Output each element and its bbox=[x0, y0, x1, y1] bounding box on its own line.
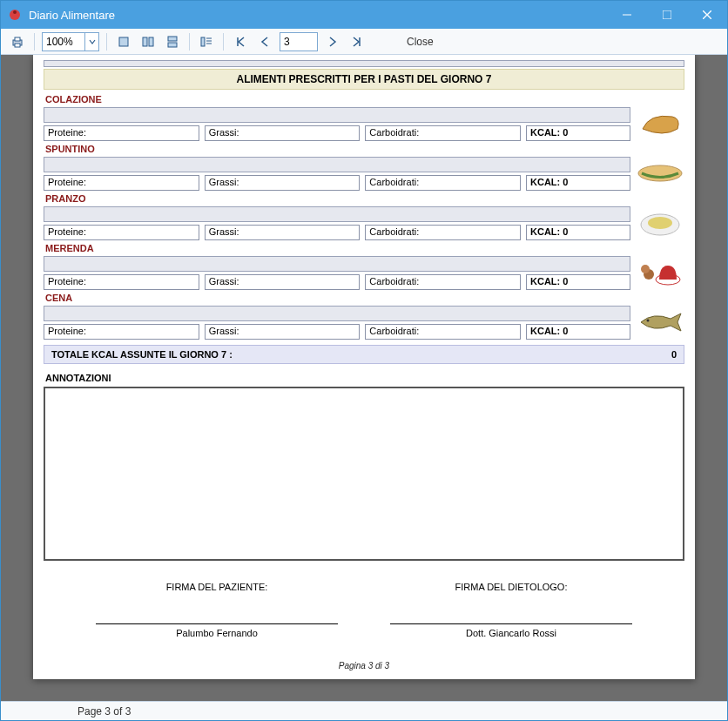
grassi-box: Grassi: bbox=[205, 125, 361, 141]
proteine-box: Proteine: bbox=[44, 125, 199, 141]
svg-rect-13 bbox=[168, 43, 177, 47]
meal-block: COLAZIONEProteine:Grassi:Carboidrati:KCA… bbox=[44, 93, 684, 141]
tea-icon bbox=[636, 255, 684, 290]
close-report-button[interactable]: Close bbox=[407, 36, 434, 48]
svg-rect-10 bbox=[143, 37, 147, 46]
meal-desc-bar bbox=[44, 206, 630, 222]
svg-rect-11 bbox=[149, 37, 153, 46]
toolbar: Close bbox=[1, 29, 727, 55]
svg-rect-3 bbox=[663, 10, 671, 19]
carboidrati-box: Carboidrati: bbox=[365, 175, 521, 191]
proteine-box: Proteine: bbox=[44, 274, 199, 290]
meal-desc-bar bbox=[44, 256, 630, 272]
meal-name: COLAZIONE bbox=[44, 93, 684, 106]
viewer-area[interactable]: ALIMENTI PRESCRITTI PER I PASTI DEL GIOR… bbox=[1, 55, 727, 701]
zoom-input[interactable] bbox=[43, 33, 84, 51]
croissant-icon bbox=[636, 106, 684, 141]
meal-block: PRANZOProteine:Grassi:Carboidrati:KCAL: … bbox=[44, 192, 684, 240]
sandwich-icon bbox=[636, 156, 684, 191]
maximize-button[interactable] bbox=[647, 1, 687, 29]
banner-title: ALIMENTI PRESCRITTI PER I PASTI DEL GIOR… bbox=[44, 69, 684, 90]
patient-sig-label: FIRMA DEL PAZIENTE: bbox=[70, 582, 364, 592]
meal-desc-bar bbox=[44, 306, 630, 321]
view-facing-button[interactable] bbox=[138, 32, 158, 51]
view-continuous-button[interactable] bbox=[163, 32, 182, 51]
total-value: 0 bbox=[671, 349, 677, 360]
view-single-button[interactable] bbox=[114, 32, 133, 51]
signature-row: FIRMA DEL PAZIENTE: Palumbo Fernando FIR… bbox=[44, 582, 684, 638]
doctor-name: Dott. Giancarlo Rossi bbox=[364, 628, 658, 638]
view-thumbnails-button[interactable] bbox=[197, 32, 216, 51]
doctor-sig-label: FIRMA DEL DIETOLOGO: bbox=[364, 582, 658, 592]
carboidrati-box: Carboidrati: bbox=[365, 125, 521, 141]
svg-rect-14 bbox=[201, 37, 205, 46]
kcal-box: KCAL: 0 bbox=[526, 125, 630, 141]
page-number-input[interactable] bbox=[280, 32, 318, 51]
svg-point-1 bbox=[13, 10, 17, 14]
next-page-button[interactable] bbox=[323, 32, 342, 51]
kcal-box: KCAL: 0 bbox=[526, 225, 630, 240]
last-page-button[interactable] bbox=[347, 32, 367, 51]
svg-point-25 bbox=[641, 265, 650, 273]
meal-name: CENA bbox=[44, 292, 684, 305]
grassi-box: Grassi: bbox=[205, 225, 361, 240]
status-bar: Page 3 of 3 bbox=[1, 701, 727, 720]
status-page: Page 3 of 3 bbox=[78, 705, 131, 718]
meal-desc-bar bbox=[44, 107, 630, 123]
print-button[interactable] bbox=[8, 32, 27, 51]
svg-rect-12 bbox=[168, 37, 177, 41]
proteine-box: Proteine: bbox=[44, 175, 199, 191]
meal-name: MERENDA bbox=[44, 242, 684, 255]
titlebar: Diario Alimentare bbox=[1, 1, 727, 29]
minimize-button[interactable] bbox=[607, 1, 647, 29]
annotations-box bbox=[44, 387, 684, 561]
svg-rect-8 bbox=[15, 44, 20, 47]
svg-point-22 bbox=[648, 217, 672, 229]
patient-name: Palumbo Fernando bbox=[70, 628, 364, 638]
grassi-box: Grassi: bbox=[205, 274, 361, 290]
app-icon bbox=[8, 8, 22, 22]
svg-point-26 bbox=[647, 320, 650, 322]
plate-icon bbox=[636, 206, 684, 240]
total-label: TOTALE KCAL ASSUNTE IL GIORNO 7 : bbox=[51, 349, 671, 360]
close-window-button[interactable] bbox=[687, 1, 727, 29]
annotations-title: ANNOTAZIONI bbox=[45, 373, 683, 383]
meal-name: SPUNTINO bbox=[44, 143, 684, 156]
page-footer: Pagina 3 di 3 bbox=[44, 661, 684, 670]
total-row: TOTALE KCAL ASSUNTE IL GIORNO 7 : 0 bbox=[44, 345, 684, 364]
grassi-box: Grassi: bbox=[205, 324, 361, 340]
proteine-box: Proteine: bbox=[44, 324, 199, 340]
meal-desc-bar bbox=[44, 157, 630, 172]
zoom-select[interactable] bbox=[42, 32, 99, 51]
top-strip bbox=[44, 60, 684, 67]
meal-block: CENAProteine:Grassi:Carboidrati:KCAL: 0 bbox=[44, 292, 684, 340]
carboidrati-box: Carboidrati: bbox=[365, 225, 521, 240]
prev-page-button[interactable] bbox=[255, 32, 274, 51]
report-window: Diario Alimentare Close ALIMEN bbox=[0, 0, 728, 721]
kcal-box: KCAL: 0 bbox=[526, 274, 630, 290]
carboidrati-box: Carboidrati: bbox=[365, 274, 521, 290]
meal-block: SPUNTINOProteine:Grassi:Carboidrati:KCAL… bbox=[44, 143, 684, 191]
meal-block: MERENDAProteine:Grassi:Carboidrati:KCAL:… bbox=[44, 242, 684, 290]
svg-rect-7 bbox=[15, 37, 20, 41]
window-title: Diario Alimentare bbox=[29, 9, 607, 22]
first-page-button[interactable] bbox=[231, 32, 250, 51]
svg-rect-9 bbox=[119, 37, 128, 46]
fish-icon bbox=[636, 305, 684, 340]
proteine-box: Proteine: bbox=[44, 225, 199, 240]
meal-name: PRANZO bbox=[44, 192, 684, 206]
chevron-down-icon[interactable] bbox=[84, 33, 98, 51]
grassi-box: Grassi: bbox=[205, 175, 361, 191]
carboidrati-box: Carboidrati: bbox=[365, 324, 521, 340]
report-page: ALIMENTI PRESCRITTI PER I PASTI DEL GIOR… bbox=[33, 55, 695, 679]
kcal-box: KCAL: 0 bbox=[526, 324, 630, 340]
kcal-box: KCAL: 0 bbox=[526, 175, 630, 191]
